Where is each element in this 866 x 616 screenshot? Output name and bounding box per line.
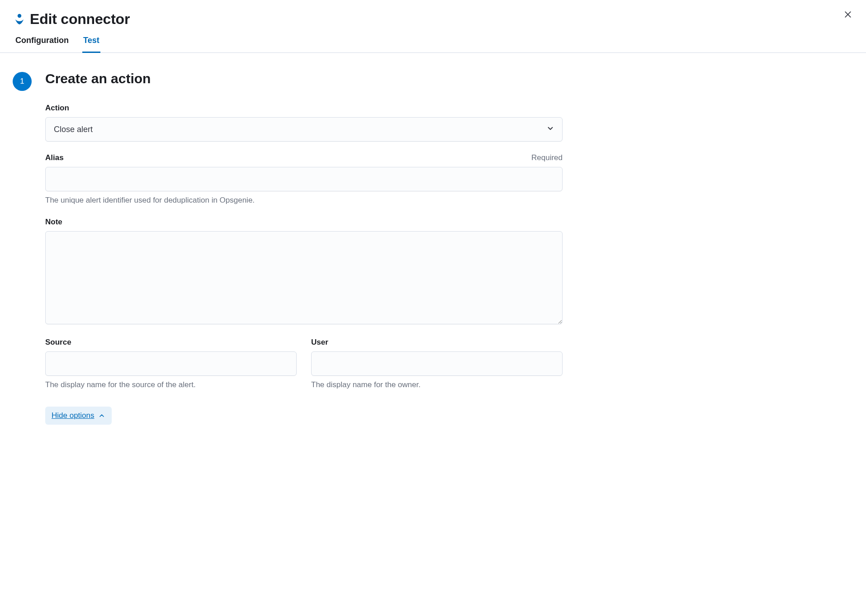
alias-label: Alias [45,153,64,162]
step-number-badge: 1 [13,72,32,91]
title-row: Edit connector [14,11,852,28]
alias-group: Alias Required The unique alert identifi… [45,153,563,206]
connector-icon [14,14,24,25]
alias-input[interactable] [45,167,563,191]
page-title: Edit connector [30,11,130,28]
source-input[interactable] [45,351,297,376]
hide-options-label: Hide options [52,411,95,420]
tab-test[interactable]: Test [82,36,100,53]
action-select-wrap [45,117,563,142]
close-button[interactable] [841,7,855,22]
note-textarea[interactable] [45,231,563,324]
flyout-header: Edit connector [0,0,866,28]
hide-options-button[interactable]: Hide options [45,407,112,425]
content: 1 Create an action Action Alias Required [0,53,579,443]
source-user-row: Source The display name for the source o… [45,338,563,402]
step-row: 1 Create an action Action Alias Required [13,71,563,425]
action-group: Action [45,104,563,142]
user-input[interactable] [311,351,563,376]
source-label: Source [45,338,71,347]
user-help: The display name for the owner. [311,379,563,390]
note-label: Note [45,218,62,227]
user-label: User [311,338,328,347]
source-help: The display name for the source of the a… [45,379,297,390]
chevron-up-icon [98,412,105,419]
action-label: Action [45,104,69,113]
tab-configuration[interactable]: Configuration [14,36,70,53]
alias-required: Required [531,153,563,162]
step-heading: Create an action [45,71,563,86]
source-group: Source The display name for the source o… [45,338,297,390]
step-body: Create an action Action Alias Required [45,71,563,425]
user-group: User The display name for the owner. [311,338,563,390]
note-group: Note [45,218,563,326]
tabs: Configuration Test [0,36,866,53]
close-icon [843,10,852,19]
svg-point-2 [18,14,21,17]
alias-help: The unique alert identifier used for ded… [45,195,563,206]
action-select[interactable] [45,117,563,142]
